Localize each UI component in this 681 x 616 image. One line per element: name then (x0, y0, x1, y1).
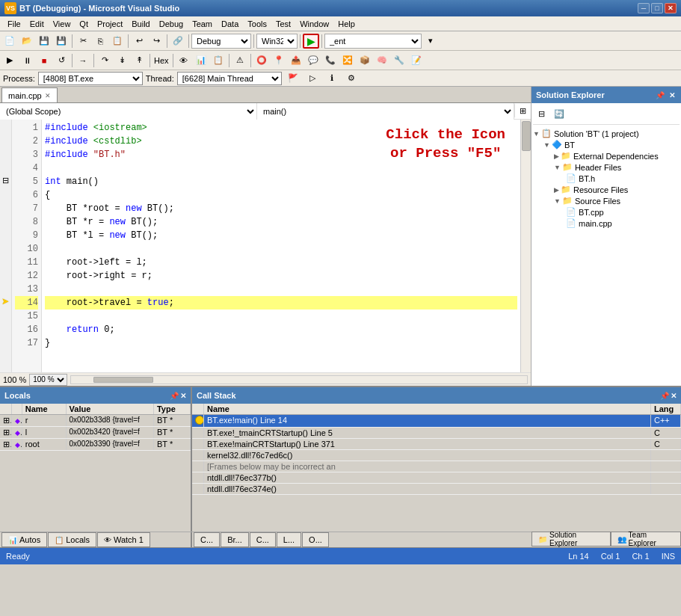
bt-expand-arrow[interactable]: ▼ (543, 141, 550, 149)
locals-pin-btn[interactable]: 📌 (170, 392, 179, 400)
zoom-combo[interactable]: 100 % (29, 374, 67, 386)
code-content[interactable]: #include <iostream> #include <cstdlib> #… (42, 120, 520, 372)
menu-build[interactable]: Build (127, 18, 154, 30)
redo-btn[interactable]: ↪ (148, 34, 164, 49)
output-btn[interactable]: 📤 (288, 53, 304, 68)
editor-tab-close[interactable]: ✕ (45, 92, 51, 99)
tab-team-explorer[interactable]: 👥 Team Explorer (611, 532, 681, 546)
exception-btn[interactable]: ⚠ (232, 53, 248, 68)
menu-window[interactable]: Window (295, 18, 333, 30)
callstack-close-btn[interactable]: ✕ (671, 392, 677, 400)
debug-config-dropdown[interactable]: Debug (191, 34, 251, 49)
thread-flag-btn[interactable]: 🚩 (285, 71, 301, 86)
callstack-row-2[interactable]: BT.exe!mainCRTStartup() Line 371 C (192, 439, 681, 450)
callstack-row-6[interactable]: ntdll.dll!76ec374e() (192, 484, 681, 495)
stepinto-btn[interactable]: ↡ (114, 53, 130, 68)
restore-button[interactable]: □ (651, 3, 663, 13)
locals-row-root[interactable]: ⊞ ◆ root 0x002b3390 {travel=f BT * (0, 439, 191, 451)
close-solution-btn[interactable]: ✕ (668, 90, 677, 100)
open-file-btn[interactable]: 📂 (19, 34, 35, 49)
refresh-btn[interactable]: 🔄 (551, 106, 567, 121)
copy-btn[interactable]: ⎘ (92, 34, 108, 49)
menu-project[interactable]: Project (93, 18, 127, 30)
editor-tab-main[interactable]: main.cpp ✕ (1, 87, 58, 102)
solution-expand-arrow[interactable]: ▼ (533, 130, 540, 138)
tab-watch1[interactable]: 👁 Watch 1 (97, 532, 150, 547)
locals-row-l[interactable]: ⊞ ◆ l 0x002b3420 {travel=f BT * (0, 427, 191, 439)
pin-solution-btn[interactable]: 📌 (654, 90, 666, 100)
callstack-pin-btn[interactable]: 📌 (660, 392, 669, 400)
dis-btn[interactable]: 🔧 (391, 53, 407, 68)
menu-test[interactable]: Test (271, 18, 295, 30)
platform-dropdown[interactable]: Win32 (256, 34, 298, 49)
minimize-button[interactable]: ─ (638, 3, 650, 13)
cut-btn[interactable]: ✂ (75, 34, 91, 49)
thread-settings-btn[interactable]: ⚙ (343, 71, 360, 86)
source-expand-arrow[interactable]: ▼ (554, 197, 561, 205)
menu-edit[interactable]: Edit (25, 18, 49, 30)
tree-header-files[interactable]: ▼ 📁 Header Files (533, 161, 680, 173)
tab-cmdwin[interactable]: C... (250, 532, 276, 547)
tab-autos[interactable]: 📊 Autos (1, 532, 47, 547)
show-next-btn[interactable]: → (75, 53, 91, 68)
tree-btcpp[interactable]: 📄 BT.cpp (533, 206, 680, 218)
target-dropdown[interactable]: _ent (324, 34, 422, 49)
process-combo[interactable]: [4808] BT.exe (38, 72, 143, 85)
imm-btn[interactable]: 💬 (305, 53, 321, 68)
autos-btn[interactable]: 📊 (193, 53, 209, 68)
bp-list-btn[interactable]: 📍 (271, 53, 287, 68)
tab-list[interactable]: L... (277, 532, 301, 547)
tab-callstack[interactable]: C... (194, 532, 220, 547)
stepout-btn[interactable]: ↟ (131, 53, 147, 68)
resource-expand-arrow[interactable]: ▶ (554, 186, 559, 194)
tree-resource-files[interactable]: ▶ 📁 Resource Files (533, 184, 680, 195)
tab-solution-explorer[interactable]: 📁 Solution Explorer (531, 532, 611, 546)
menu-tools[interactable]: Tools (243, 18, 271, 30)
call-btn[interactable]: 📞 (322, 53, 339, 68)
vertical-scrollbar[interactable] (520, 120, 531, 372)
stop-btn[interactable]: ■ (36, 53, 52, 68)
callstack-row-1[interactable]: BT.exe!_tmainCRTStartup() Line 5 C (192, 428, 681, 439)
bp-btn[interactable]: ⭕ (253, 53, 270, 68)
menu-debug[interactable]: Debug (155, 18, 188, 30)
save-btn[interactable]: 💾 (36, 34, 52, 49)
scrollbar-thumb[interactable] (522, 121, 531, 151)
h-scrollbar-thumb[interactable] (93, 377, 153, 383)
scope-left-combo[interactable]: (Global Scope) (0, 103, 257, 120)
stepover-btn[interactable]: ↷ (96, 53, 113, 68)
header-expand-arrow[interactable]: ▼ (554, 164, 561, 171)
tree-maincpp[interactable]: 📄 main.cpp (533, 218, 680, 229)
scope-right-combo[interactable]: main() (257, 103, 514, 120)
thread-btn[interactable]: 🔀 (339, 53, 356, 68)
tree-solution[interactable]: ▼ 📋 Solution 'BT' (1 project) (533, 128, 680, 139)
menu-data[interactable]: Data (217, 18, 243, 30)
break-btn[interactable]: ⏸ (19, 53, 35, 68)
save-all-btn[interactable]: 💾 (53, 34, 70, 49)
mem-btn[interactable]: 🧠 (374, 53, 390, 68)
menu-team[interactable]: Team (188, 18, 217, 30)
thread-next-btn[interactable]: ▷ (304, 71, 321, 86)
locals-close-btn[interactable]: ✕ (180, 392, 186, 400)
reg-btn[interactable]: 📝 (408, 53, 425, 68)
tab-locals[interactable]: 📋 Locals (48, 532, 96, 547)
attach-btn[interactable]: 🔗 (170, 34, 186, 49)
modules-btn[interactable]: 📦 (357, 53, 373, 68)
tab-output[interactable]: O... (302, 532, 329, 547)
thread-info-btn[interactable]: ℹ (324, 71, 340, 86)
tree-bth[interactable]: 📄 BT.h (533, 173, 680, 184)
tree-source-files[interactable]: ▼ 📁 Source Files (533, 195, 680, 206)
close-button[interactable]: ✕ (665, 3, 677, 13)
menu-file[interactable]: File (3, 18, 25, 30)
watch-btn[interactable]: 👁 (176, 53, 192, 68)
menu-qt[interactable]: Qt (75, 18, 93, 30)
target-dropdown-arrow[interactable]: ▾ (422, 34, 439, 49)
external-expand-arrow[interactable]: ▶ (554, 153, 559, 160)
run-button[interactable]: ▶ (303, 34, 319, 49)
thread-combo[interactable]: [6628] Main Thread (177, 72, 282, 85)
undo-btn[interactable]: ↩ (131, 34, 147, 49)
restart-btn[interactable]: ↺ (53, 53, 70, 68)
callstack-row-5[interactable]: ntdll.dll!76ec377b() (192, 472, 681, 484)
paste-btn[interactable]: 📋 (109, 34, 126, 49)
collapse-all-btn[interactable]: ⊟ (533, 106, 549, 121)
menu-help[interactable]: Help (333, 18, 360, 30)
